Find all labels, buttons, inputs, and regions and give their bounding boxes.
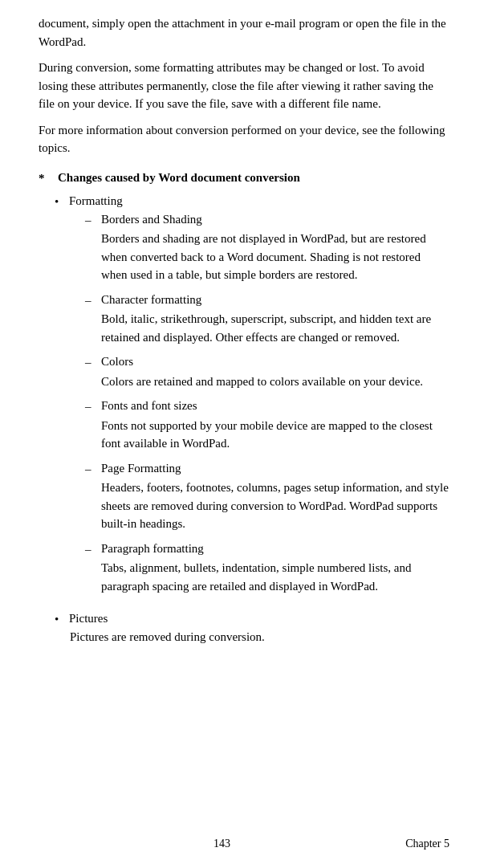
sub-desc-colors: Colors are retained and mapped to colors…: [101, 373, 449, 391]
sub-content-fonts: Fonts and font sizes Fonts not supported…: [101, 397, 449, 453]
sub-term-colors: Colors: [101, 352, 449, 371]
sub-item-fonts: – Fonts and font sizes Fonts not support…: [85, 397, 449, 453]
intro-para-2: During conversion, some formatting attri…: [39, 59, 449, 113]
intro-section: document, simply open the attachment in …: [39, 14, 449, 157]
bullet-dot-formatting: •: [55, 193, 61, 211]
bullet-pictures-label: Pictures: [69, 609, 265, 628]
sub-item-paragraph: – Paragraph formatting Tabs, alignment, …: [85, 540, 449, 596]
sub-dash-borders: –: [85, 211, 93, 230]
sub-desc-character: Bold, italic, strikethrough, superscript…: [101, 310, 449, 346]
sub-content-page-formatting: Page Formatting Headers, footers, footno…: [101, 459, 449, 533]
intro-para-3: For more information about conversion pe…: [39, 121, 449, 157]
bullet-item-pictures: • Pictures Pictures are removed during c…: [39, 609, 449, 646]
sub-item-character: – Character formatting Bold, italic, str…: [85, 291, 449, 347]
page: document, simply open the attachment in …: [0, 0, 488, 868]
footer-chapter: Chapter 5: [405, 835, 449, 852]
sub-dash-page-formatting: –: [85, 460, 93, 479]
sub-desc-borders: Borders and shading are not displayed in…: [101, 230, 449, 284]
sub-dash-fonts: –: [85, 397, 93, 416]
sub-item-page-formatting: – Page Formatting Headers, footers, foot…: [85, 459, 449, 533]
sub-content-borders: Borders and Shading Borders and shading …: [101, 210, 449, 284]
sub-content-colors: Colors Colors are retained and mapped to…: [101, 352, 449, 390]
bullet-pictures-desc: Pictures are removed during conversion.: [69, 628, 265, 646]
sub-content-character: Character formatting Bold, italic, strik…: [101, 291, 449, 347]
bullet-formatting-content: Formatting – Borders and Shading Borders…: [69, 192, 449, 601]
section-title: Changes caused by Word document conversi…: [58, 169, 300, 187]
sub-dash-colors: –: [85, 353, 93, 372]
sub-item-borders: – Borders and Shading Borders and shadin…: [85, 210, 449, 284]
sub-desc-fonts: Fonts not supported by your mobile devic…: [101, 417, 449, 453]
footer-page-number: 143: [39, 835, 405, 852]
section-heading: * Changes caused by Word document conver…: [39, 169, 449, 188]
sub-dash-character: –: [85, 291, 93, 310]
sub-desc-paragraph: Tabs, alignment, bullets, indentation, s…: [101, 559, 449, 595]
sub-term-character: Character formatting: [101, 291, 449, 309]
main-bullet-list: • Formatting – Borders and Shading Borde…: [39, 192, 449, 646]
page-footer: 143 Chapter 5: [0, 835, 488, 852]
intro-para-1: document, simply open the attachment in …: [39, 14, 449, 51]
sub-desc-page-formatting: Headers, footers, footnotes, columns, pa…: [101, 479, 449, 533]
sub-term-page-formatting: Page Formatting: [101, 459, 449, 478]
bullet-formatting-label: Formatting: [69, 194, 123, 207]
sub-list-formatting: – Borders and Shading Borders and shadin…: [69, 210, 449, 596]
bullet-pictures-content: Pictures Pictures are removed during con…: [69, 609, 265, 646]
bullet-item-formatting: • Formatting – Borders and Shading Borde…: [39, 192, 449, 601]
bullet-dot-pictures: •: [55, 610, 61, 629]
sub-term-paragraph: Paragraph formatting: [101, 540, 449, 558]
sub-term-fonts: Fonts and font sizes: [101, 397, 449, 415]
sub-item-colors: – Colors Colors are retained and mapped …: [85, 352, 449, 390]
sub-term-borders: Borders and Shading: [101, 210, 449, 229]
section-star: *: [39, 169, 48, 188]
sub-content-paragraph: Paragraph formatting Tabs, alignment, bu…: [101, 540, 449, 596]
sub-dash-paragraph: –: [85, 540, 93, 559]
